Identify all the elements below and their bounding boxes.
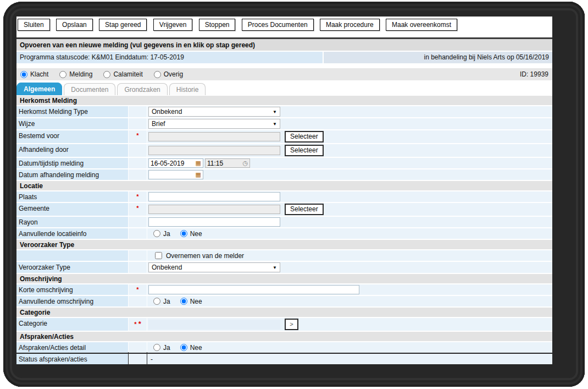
proces-documenten-button[interactable]: Proces Documenten xyxy=(242,19,314,31)
program-status: Programma statuscode: K&M01 Einddatum: 1… xyxy=(16,52,323,63)
klacht-radio[interactable] xyxy=(20,71,27,78)
melding-label: Melding xyxy=(69,70,92,78)
aanvullende-omschrijving-label: Aanvullende omschrijving xyxy=(16,296,128,306)
melding-radio[interactable] xyxy=(59,71,66,78)
gemeente-label: Gemeente xyxy=(16,203,128,216)
app-content: Sluiten Opslaan Stap gereed Vrijgeven St… xyxy=(16,17,552,352)
type-option-melding[interactable]: Melding xyxy=(59,70,92,78)
field-row-aanvullende-omschrijving: Aanvullende omschrijving Ja Nee xyxy=(16,296,552,306)
bestemd-voor-selecteer-button[interactable]: Selecteer xyxy=(285,131,324,143)
categorie-value-area xyxy=(148,320,280,330)
field-row-bestemd-voor: Bestemd voor * Selecteer xyxy=(16,130,552,143)
afspraken-detail-label: Afspraken/Acties detail xyxy=(16,342,128,353)
locatieinfo-nee-radio[interactable] xyxy=(180,230,187,237)
opslaan-button[interactable]: Opslaan xyxy=(56,19,93,31)
plaats-input[interactable] xyxy=(148,192,280,201)
page-title: Opvoeren van een nieuwe melding (vul geg… xyxy=(16,37,552,51)
field-row-plaats: Plaats * xyxy=(16,191,552,202)
field-row-wijze: Wijze Brief ▼ xyxy=(16,118,552,129)
tab-documenten[interactable]: Documenten xyxy=(64,83,115,95)
calamiteit-radio[interactable] xyxy=(103,71,110,78)
korte-omschrijving-label: Korte omschrijving xyxy=(16,284,128,295)
wijze-value: Brief xyxy=(152,120,165,128)
section-categorie: Categorie xyxy=(16,308,552,317)
section-afspraken-acties: Afspraken/Acties xyxy=(16,332,552,341)
locatieinfo-ja-radio[interactable] xyxy=(153,230,160,237)
tab-grondzaken[interactable]: Grondzaken xyxy=(117,83,167,95)
overnemen-checkbox-group: Overnemen van de melder xyxy=(148,252,244,260)
field-row-overnemen: Overnemen van de melder xyxy=(16,250,552,261)
required-marker: * xyxy=(129,203,147,216)
record-id: ID: 19939 xyxy=(520,70,548,78)
korte-omschrijving-input[interactable] xyxy=(148,285,359,294)
handling-status: in behandeling bij Niels Arts op 05/16/2… xyxy=(324,52,552,63)
veroorzaker-type-value: Onbekend xyxy=(152,264,182,271)
type-option-calamiteit[interactable]: Calamiteit xyxy=(103,70,142,78)
locatieinfo-ja-option[interactable]: Ja xyxy=(153,230,170,238)
locatieinfo-nee-option[interactable]: Nee xyxy=(180,230,202,238)
field-row-locatieinfo: Aanvullende locatieinfo Ja Nee xyxy=(16,228,552,239)
type-option-klacht[interactable]: Klacht xyxy=(20,70,48,78)
afhandeling-door-input[interactable] xyxy=(148,146,280,155)
aanvullende-omschrijving-nee-option[interactable]: Nee xyxy=(180,298,202,305)
stoppen-button[interactable]: Stoppen xyxy=(199,19,236,31)
field-row-status-afspraken: Status afspraken/acties - xyxy=(16,354,552,364)
herkomst-type-value: Onbekend xyxy=(152,108,182,116)
afspraken-detail-ja-radio[interactable] xyxy=(153,344,160,351)
locatieinfo-radio-group: Ja Nee xyxy=(148,230,209,238)
section-locatie: Locatie xyxy=(16,181,552,190)
screenshot-stage: Sluiten Opslaan Stap gereed Vrijgeven St… xyxy=(0,0,588,389)
rayon-input[interactable] xyxy=(148,217,280,227)
afhandeling-door-selecteer-button[interactable]: Selecteer xyxy=(285,145,324,156)
wijze-label: Wijze xyxy=(16,118,128,129)
tab-historie[interactable]: Historie xyxy=(169,83,206,95)
overnemen-checkbox[interactable] xyxy=(155,252,162,259)
aanvullende-omschrijving-radio-group: Ja Nee xyxy=(148,298,209,305)
overig-radio[interactable] xyxy=(154,71,161,78)
plaats-label: Plaats xyxy=(16,191,128,202)
datum-melding-input[interactable] xyxy=(148,158,203,168)
rayon-label: Rayon xyxy=(16,217,128,227)
bestemd-voor-label: Bestemd voor xyxy=(16,130,128,143)
melding-type-selector: Klacht Melding Calamiteit Overig ID: 199… xyxy=(16,68,552,80)
tijdstip-melding-input[interactable] xyxy=(205,158,250,168)
required-marker: * xyxy=(129,284,147,295)
afhandeling-door-label: Afhandeling door xyxy=(16,144,128,157)
bestemd-voor-input[interactable] xyxy=(148,132,280,141)
aanvullende-omschrijving-ja-radio[interactable] xyxy=(153,298,160,305)
section-veroorzaker-type: Veroorzaker Type xyxy=(16,240,552,249)
locatieinfo-label: Aanvullende locatieinfo xyxy=(16,228,128,239)
tab-bar: Algemeen Documenten Grondzaken Historie xyxy=(16,83,552,95)
afspraken-detail-ja-option[interactable]: Ja xyxy=(153,344,170,352)
section-omschrijving: Omschrijving xyxy=(16,274,552,283)
veroorzaker-type-select[interactable]: Onbekend ▼ xyxy=(148,262,280,272)
vrijgeven-button[interactable]: Vrijgeven xyxy=(153,19,193,31)
wijze-select[interactable]: Brief ▼ xyxy=(148,119,280,129)
chevron-down-icon: ▼ xyxy=(273,122,277,127)
herkomst-type-select[interactable]: Onbekend ▼ xyxy=(148,107,280,117)
section-herkomst-melding: Herkomst Melding xyxy=(16,96,552,105)
datum-afhandeling-input[interactable] xyxy=(148,170,203,179)
aanvullende-omschrijving-ja-option[interactable]: Ja xyxy=(153,298,170,305)
maak-procedure-button[interactable]: Maak procedure xyxy=(320,19,380,31)
calamiteit-label: Calamiteit xyxy=(113,70,142,78)
field-row-gemeente: Gemeente * Selecteer xyxy=(16,203,552,216)
aanvullende-omschrijving-nee-radio[interactable] xyxy=(180,298,187,305)
sluiten-button[interactable]: Sluiten xyxy=(18,19,50,31)
stap-gereed-button[interactable]: Stap gereed xyxy=(99,19,147,31)
categorie-label: Categorie xyxy=(16,318,128,331)
field-row-categorie: Categorie * * > xyxy=(16,318,552,331)
tab-algemeen[interactable]: Algemeen xyxy=(16,83,62,95)
field-row-korte-omschrijving: Korte omschrijving * xyxy=(16,284,552,295)
maak-overeenkomst-button[interactable]: Maak overeenkomst xyxy=(386,19,457,31)
gemeente-input[interactable] xyxy=(148,205,280,214)
required-marker: * xyxy=(134,321,136,327)
afspraken-detail-nee-option[interactable]: Nee xyxy=(180,344,202,352)
gemeente-selecteer-button[interactable]: Selecteer xyxy=(285,204,324,215)
field-row-veroorzaker-type: Veroorzaker Type Onbekend ▼ xyxy=(16,262,552,273)
afspraken-detail-nee-radio[interactable] xyxy=(180,344,187,351)
categorie-open-button[interactable]: > xyxy=(285,319,298,330)
type-option-overig[interactable]: Overig xyxy=(154,70,183,78)
field-row-herkomst-type: Herkomst Melding Type Onbekend ▼ xyxy=(16,106,552,117)
field-row-afspraken-detail: Afspraken/Acties detail Ja Nee xyxy=(16,342,552,353)
